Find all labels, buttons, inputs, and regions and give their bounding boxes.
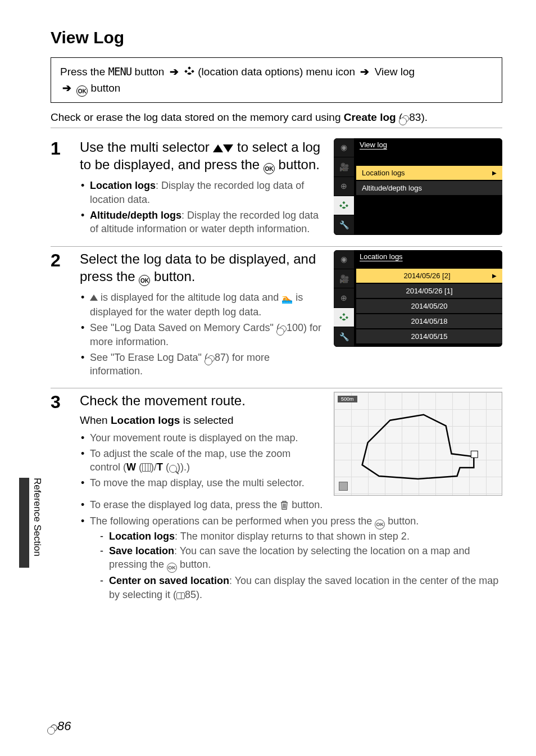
camera-ui-location-logs: ◉ 🎥 ⊕ 🔧 Location logs 2014/05/26 [2]▶ 20… bbox=[334, 250, 502, 347]
manual-page-icon bbox=[176, 592, 185, 599]
camera-tab-antenna: ⊕ bbox=[334, 288, 354, 307]
up-arrow-icon bbox=[213, 144, 223, 152]
bullet-text: To adjust the scale of the map, use the … bbox=[90, 448, 290, 473]
down-arrow-icon bbox=[223, 144, 233, 152]
altitude-icon bbox=[90, 295, 98, 301]
camera-tab-shoot: ◉ bbox=[334, 138, 354, 157]
reference-icon bbox=[208, 355, 215, 362]
camera-ui-title: View log bbox=[354, 138, 502, 151]
bullet-text: See "To Erase Log Data" ( bbox=[90, 352, 208, 363]
step3-subheading: When Location logs is selected bbox=[80, 414, 322, 427]
camera-tab-location bbox=[334, 308, 354, 327]
camera-ui-view-log: ◉ 🎥 ⊕ 🔧 View log Location logs▶ Altitude… bbox=[334, 138, 502, 235]
svg-rect-5 bbox=[346, 204, 348, 207]
reference-icon bbox=[280, 325, 287, 332]
dash-tail: button. bbox=[180, 559, 211, 570]
menu-button-label: MENU bbox=[108, 65, 132, 78]
intro-line: Check or erase the log data stored on th… bbox=[51, 111, 340, 123]
ok-button-icon: OK bbox=[264, 163, 275, 174]
heading-part: button. bbox=[154, 269, 195, 284]
camera-ui-sidebar: ◉ 🎥 ⊕ 🔧 bbox=[334, 138, 354, 235]
camera-tab-antenna: ⊕ bbox=[334, 177, 354, 196]
step3-heading: Check the movement route. bbox=[80, 392, 322, 409]
arrow-icon: ➔ bbox=[62, 82, 71, 94]
zoom-w: W bbox=[126, 461, 136, 473]
nav-text: View log bbox=[375, 66, 415, 78]
dash-bold: Save location bbox=[109, 545, 174, 556]
page-number: 86 bbox=[57, 719, 71, 733]
camera-ui-title: Location logs bbox=[354, 250, 502, 263]
reference-icon bbox=[51, 725, 57, 731]
bullet-bold: Altitude/depth logs bbox=[90, 210, 181, 221]
camera-ui-item: Altitude/depth logs bbox=[356, 181, 502, 195]
bullet-text: The following operations can be performe… bbox=[90, 515, 372, 527]
bullet-item: Location logs: Display the recorded log … bbox=[80, 179, 322, 206]
camera-ui-sidebar: ◉ 🎥 ⊕ 🔧 bbox=[334, 250, 354, 347]
sub-pre: When bbox=[80, 414, 111, 426]
bullet-item: To move the map display, use the multi s… bbox=[80, 476, 322, 490]
bullet-text: button. bbox=[292, 499, 322, 510]
sd-card-icon bbox=[339, 482, 348, 491]
intro-ref: 83). bbox=[409, 111, 428, 123]
trash-icon bbox=[280, 500, 289, 510]
step-number: 1 bbox=[51, 138, 66, 238]
bullet-bold: Location logs bbox=[90, 180, 156, 191]
bullet-item: To adjust the scale of the map, use the … bbox=[80, 447, 322, 474]
svg-rect-9 bbox=[471, 451, 478, 458]
step1-heading: Use the multi selector to select a log t… bbox=[80, 138, 322, 175]
svg-rect-8 bbox=[346, 316, 348, 319]
zoom-t: T bbox=[157, 461, 163, 473]
camera-ui-item: 2014/05/15 bbox=[356, 329, 502, 343]
nav-text: button bbox=[91, 82, 121, 94]
ok-button-icon: OK bbox=[167, 563, 177, 573]
step-1: 1 Use the multi selector to select a log… bbox=[51, 135, 502, 247]
item-label: Location logs bbox=[362, 169, 405, 177]
thumbnail-grid-icon bbox=[142, 463, 151, 472]
map-route-line bbox=[334, 392, 502, 496]
bullet-tail: ). bbox=[180, 461, 187, 473]
svg-rect-1 bbox=[184, 70, 188, 73]
bullet-item: To erase the displayed log data, press t… bbox=[80, 498, 502, 511]
chevron-right-icon: ▶ bbox=[492, 273, 497, 279]
bullet-item: See "Log Data Saved on Memory Cards" (10… bbox=[80, 321, 322, 348]
dash-item: Center on saved location: You can displa… bbox=[100, 574, 502, 601]
svg-rect-4 bbox=[339, 204, 342, 207]
arrow-icon: ➔ bbox=[170, 66, 179, 78]
item-label: 2014/05/26 [2] bbox=[362, 271, 492, 280]
nav-text: (location data options) menu icon bbox=[198, 66, 355, 78]
intro-bold: Create log bbox=[344, 111, 396, 123]
camera-ui-item: 2014/05/18 bbox=[356, 314, 502, 328]
map-display: 500m bbox=[334, 392, 502, 496]
bullet-text: See "Log Data Saved on Memory Cards" ( bbox=[90, 322, 280, 333]
dash-rest: : The monitor display returns to that sh… bbox=[175, 531, 410, 542]
arrow-icon: ➔ bbox=[360, 66, 369, 78]
svg-rect-2 bbox=[191, 70, 194, 73]
heading-part: button. bbox=[279, 157, 320, 172]
camera-tab-setup: 🔧 bbox=[334, 327, 354, 346]
bullet-text: To erase the displayed log data, press t… bbox=[90, 499, 277, 510]
satellite-icon bbox=[184, 66, 195, 77]
chevron-right-icon: ▶ bbox=[492, 170, 497, 176]
step-3: 3 Check the movement route. When Locatio… bbox=[51, 388, 502, 612]
svg-rect-0 bbox=[188, 66, 191, 70]
step-number: 3 bbox=[51, 392, 66, 604]
camera-tab-movie: 🎥 bbox=[334, 269, 354, 288]
navigation-path-box: Press the MENU button ➔ (location data o… bbox=[51, 57, 502, 103]
camera-ui-item-selected: 2014/05/26 [2]▶ bbox=[356, 269, 502, 283]
heading-part: Select the log data to be displayed, and… bbox=[80, 251, 316, 284]
step-number: 2 bbox=[51, 250, 66, 381]
camera-tab-movie: 🎥 bbox=[334, 157, 354, 176]
intro-text: Check or erase the log data stored on th… bbox=[51, 111, 502, 128]
bullet-item: is displayed for the altitude log data a… bbox=[80, 291, 322, 319]
heading-part: Use the multi selector bbox=[80, 139, 210, 155]
step-2: 2 Select the log data to be displayed, a… bbox=[51, 247, 502, 389]
bullet-item: Altitude/depth logs: Display the recorde… bbox=[80, 209, 322, 236]
nav-text: Press the bbox=[60, 66, 105, 78]
camera-ui-item-selected: Location logs▶ bbox=[356, 166, 502, 180]
sub-bold: Location logs bbox=[111, 414, 180, 426]
svg-rect-6 bbox=[342, 313, 345, 316]
magnify-icon bbox=[169, 465, 177, 473]
dash-bold: Center on saved location bbox=[109, 575, 229, 586]
bullet-item: See "To Erase Log Data" (87) for more in… bbox=[80, 351, 322, 378]
reference-section-tab: Reference Section bbox=[19, 478, 43, 568]
